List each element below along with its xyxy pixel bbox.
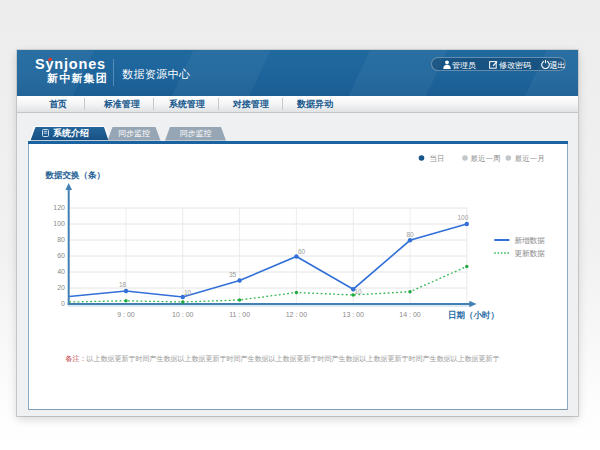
svg-text:100: 100 <box>458 214 469 221</box>
svg-text:新增数据: 新增数据 <box>514 236 545 245</box>
svg-text:更新数据: 更新数据 <box>514 249 545 258</box>
svg-text:60: 60 <box>298 248 306 255</box>
svg-text:日期（小时）: 日期（小时） <box>448 310 499 320</box>
svg-text:最近一周: 最近一周 <box>471 154 501 163</box>
svg-text:120: 120 <box>53 204 65 211</box>
svg-text:14 : 00: 14 : 00 <box>399 311 421 318</box>
svg-text:9 : 00: 9 : 00 <box>117 311 135 318</box>
svg-text:11 : 00: 11 : 00 <box>229 311 250 318</box>
svg-text:60: 60 <box>57 252 65 259</box>
svg-text:20: 20 <box>57 284 65 291</box>
svg-text:0: 0 <box>61 300 65 307</box>
svg-text:40: 40 <box>57 268 65 275</box>
svg-text:80: 80 <box>57 236 65 243</box>
svg-text:35: 35 <box>229 271 237 278</box>
svg-text:当日: 当日 <box>430 154 445 163</box>
svg-text:数据交换（条）: 数据交换（条） <box>45 170 106 180</box>
svg-text:100: 100 <box>53 220 65 227</box>
svg-text:最近一月: 最近一月 <box>515 154 545 163</box>
svg-text:13 : 00: 13 : 00 <box>342 311 364 318</box>
svg-text:18: 18 <box>119 281 127 288</box>
svg-text:10: 10 <box>355 288 363 295</box>
svg-text:80: 80 <box>407 231 415 238</box>
svg-text:10 : 00: 10 : 00 <box>172 311 194 318</box>
svg-text:10: 10 <box>184 289 192 296</box>
svg-text:12 : 00: 12 : 00 <box>286 311 308 318</box>
